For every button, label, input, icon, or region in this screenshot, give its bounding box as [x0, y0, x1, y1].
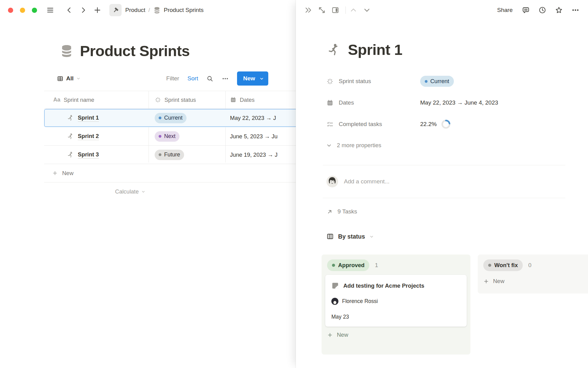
dates-value[interactable]: May 22, 2023 → J	[230, 115, 276, 121]
group-pill: Approved	[327, 259, 369, 271]
task-date: May 23	[331, 314, 461, 320]
divider	[345, 6, 346, 14]
plus-icon	[327, 332, 333, 338]
property-row-sprint-status: Sprint status Current	[326, 71, 454, 92]
group-pill: Won't fix	[483, 259, 523, 271]
avatar	[331, 298, 338, 305]
property-value[interactable]: 22.2%	[420, 119, 451, 129]
more-icon[interactable]	[571, 6, 579, 14]
page-title[interactable]: Product Sprints	[80, 42, 190, 59]
database-icon	[153, 6, 161, 14]
column-header-sprint-name[interactable]: Aa Sprint name	[44, 91, 149, 109]
collapse-panel-icon[interactable]	[304, 6, 312, 14]
expand-icon[interactable]	[318, 6, 326, 14]
chevron-down-icon	[369, 234, 374, 239]
divider	[323, 165, 565, 165]
sprint-page-link[interactable]: Sprint 1	[78, 114, 99, 122]
filter-button[interactable]: Filter	[166, 75, 179, 82]
more-properties-toggle[interactable]: 2 more properties	[326, 139, 381, 152]
chevron-down-icon	[259, 76, 264, 81]
up-icon[interactable]	[349, 6, 357, 14]
close-window-button[interactable]	[8, 8, 13, 13]
status-pill[interactable]: Next	[155, 131, 179, 142]
comments-icon[interactable]	[522, 6, 530, 14]
dates-value[interactable]: June 19, 2023 → J	[230, 151, 277, 158]
plus-icon	[483, 278, 489, 284]
search-icon[interactable]	[206, 75, 213, 82]
property-value[interactable]: Current	[420, 76, 454, 87]
new-page-icon[interactable]	[93, 6, 101, 14]
status-pill[interactable]: Future	[155, 150, 184, 160]
comment-input[interactable]: Add a comment...	[326, 174, 390, 190]
down-icon[interactable]	[363, 6, 371, 14]
favorite-icon[interactable]	[555, 6, 563, 14]
panel-page-title[interactable]: Sprint 1	[348, 41, 402, 58]
column-header-sprint-status[interactable]: Sprint status	[149, 91, 225, 109]
board-new-button[interactable]: New	[327, 332, 465, 338]
share-button[interactable]: Share	[497, 7, 513, 13]
property-row-dates: Dates May 22, 2023 → June 4, 2023	[326, 92, 498, 113]
board-column-wont-fix: Won't fix 0 New	[478, 255, 588, 293]
breadcrumb-separator: /	[148, 7, 150, 13]
back-icon[interactable]	[65, 6, 73, 14]
property-row-completed-tasks: Completed tasks 22.2%	[326, 113, 451, 135]
status-dot-icon	[159, 153, 161, 156]
page-title-block: Product Sprints	[59, 42, 190, 59]
new-button[interactable]: New	[237, 71, 268, 86]
zoom-window-button[interactable]	[32, 8, 37, 13]
runner-icon	[67, 114, 74, 121]
chevron-down-icon	[326, 143, 332, 148]
side-peek-icon[interactable]	[331, 6, 339, 14]
property-label[interactable]: Dates	[326, 99, 420, 106]
tasks-link[interactable]: 9 Tasks	[326, 205, 357, 218]
sort-button[interactable]: Sort	[187, 75, 198, 82]
board-view-selector[interactable]: By status	[326, 229, 374, 243]
property-label[interactable]: Completed tasks	[326, 121, 420, 128]
sprint-page-link[interactable]: Sprint 3	[78, 151, 99, 159]
board-column-header[interactable]: Approved 1	[327, 259, 465, 271]
open-as-page-icon	[326, 209, 333, 215]
table-view-icon	[57, 75, 63, 82]
more-icon[interactable]	[222, 75, 229, 82]
avatar	[326, 176, 338, 187]
board-column-header[interactable]: Won't fix 0	[483, 259, 588, 271]
board-view-icon	[326, 233, 334, 240]
task-assignee: Florence Rossi	[342, 298, 378, 305]
minimize-window-button[interactable]	[20, 8, 25, 13]
view-tab-all[interactable]: All	[57, 75, 81, 82]
forward-icon[interactable]	[79, 6, 87, 14]
hammer-icon	[109, 4, 122, 16]
updates-icon[interactable]	[538, 6, 546, 14]
status-dot-icon	[488, 264, 491, 267]
progress-ring	[441, 119, 451, 129]
divider	[323, 198, 565, 198]
board-new-button[interactable]: New	[483, 278, 588, 285]
task-card[interactable]: Add testing for Acme Projects Florence R…	[325, 275, 467, 327]
side-peek-panel: Share Sprint 1 Sprint status Current	[296, 0, 588, 368]
calculate-button[interactable]: Calculate	[44, 182, 149, 201]
plus-icon	[52, 170, 58, 176]
new-button-label: New	[243, 75, 255, 82]
dates-value[interactable]: June 5, 2023 → Ju	[230, 133, 277, 140]
task-title: Add testing for Acme Projects	[343, 282, 424, 289]
runner-icon[interactable]	[326, 43, 341, 57]
chevron-down-icon	[141, 190, 145, 194]
text-Aa-icon: Aa	[53, 97, 60, 103]
status-spinner-icon	[155, 97, 161, 103]
status-dot-icon	[425, 80, 428, 83]
property-label[interactable]: Sprint status	[326, 78, 420, 85]
group-count: 1	[375, 262, 378, 269]
breadcrumb-root[interactable]: Product	[125, 7, 145, 13]
hamburger-icon[interactable]	[46, 6, 54, 14]
sprint-page-link[interactable]: Sprint 2	[78, 133, 99, 140]
status-dot-icon	[159, 117, 161, 119]
status-pill[interactable]: Current	[155, 113, 187, 123]
breadcrumb-current[interactable]: Product Sprints	[164, 7, 204, 13]
property-value[interactable]: May 22, 2023 → June 4, 2023	[420, 99, 498, 106]
runner-icon	[67, 151, 74, 158]
comment-placeholder: Add a comment...	[344, 178, 390, 185]
database-icon[interactable]	[59, 44, 74, 58]
tasks-board: Approved 1 Add testing for Acme Projects…	[322, 255, 588, 359]
panel-topbar: Share	[296, 0, 588, 20]
titlebar: Product / Product Sprints	[0, 0, 204, 20]
